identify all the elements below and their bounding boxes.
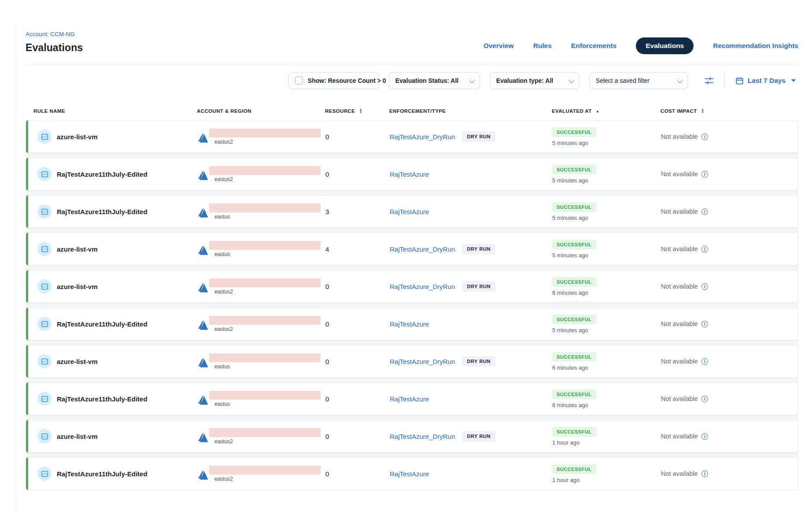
sort-icon[interactable]: ▲▼ — [701, 108, 705, 114]
svg-text:</>: </> — [42, 397, 48, 401]
tab-enforcements[interactable]: Enforcements — [571, 42, 616, 50]
dry-run-badge: DRY RUN — [462, 431, 495, 442]
enforcement-link[interactable]: RajTestAzure_DryRun — [390, 245, 455, 253]
status-badge: SUCCESSFUL — [552, 427, 596, 437]
tab-rules[interactable]: Rules — [533, 42, 552, 50]
enforcement-link[interactable]: RajTestAzure — [390, 208, 429, 215]
enforcement-link[interactable]: RajTestAzure_DryRun — [390, 133, 455, 141]
resource-count: 0 — [325, 433, 390, 440]
azure-icon — [197, 133, 209, 143]
cost-impact-value: Not available — [661, 433, 698, 440]
resource-count-label: Show: Resource Count > 0 — [308, 77, 386, 84]
rule-name: azure-list-vm — [57, 245, 98, 253]
chevron-down-icon — [469, 77, 475, 83]
region-label: eastus2 — [214, 476, 321, 482]
info-icon[interactable] — [701, 134, 708, 140]
resource-count: 0 — [325, 320, 390, 328]
table-row[interactable]: </> RajTestAzure11thJuly-Edited eastus 0… — [26, 382, 798, 415]
info-icon[interactable] — [701, 471, 708, 477]
rule-name: azure-list-vm — [57, 433, 98, 440]
enforcement-cell: RajTestAzure — [390, 320, 552, 328]
tab-evaluations[interactable]: Evaluations — [636, 37, 694, 54]
rule-name: RajTestAzure11thJuly-Edited — [57, 208, 148, 215]
show-resource-count-filter[interactable]: Show: Resource Count > 0 — [288, 72, 379, 89]
cost-impact-value: Not available — [661, 283, 698, 290]
table-row[interactable]: </> azure-list-vm eastus2 0 RajTestAzure… — [26, 120, 798, 153]
top-nav-tabs: Overview Rules Enforcements Evaluations … — [484, 37, 798, 55]
status-badge: SUCCESSFUL — [552, 240, 596, 249]
left-rail-divider — [15, 24, 15, 512]
dry-run-badge: DRY RUN — [462, 356, 495, 367]
resource-count: 4 — [325, 245, 390, 253]
enforcement-link[interactable]: RajTestAzure — [390, 320, 429, 328]
info-icon[interactable] — [701, 283, 708, 290]
calendar-icon — [735, 77, 744, 85]
region-label: eastus2 — [214, 326, 321, 332]
enforcement-cell: RajTestAzure_DryRun DRY RUN — [390, 244, 552, 254]
rule-cell: </> RajTestAzure11thJuly-Edited — [37, 467, 197, 481]
evaluation-status-dropdown[interactable]: Evaluation Status: All — [389, 72, 480, 89]
info-icon[interactable] — [701, 321, 708, 327]
rule-icon: </> — [37, 392, 52, 406]
account-breadcrumb[interactable]: Account: CCM-NG — [26, 31, 83, 38]
status-badge: SUCCESSFUL — [552, 315, 596, 324]
table-row[interactable]: </> RajTestAzure11thJuly-Edited eastus2 … — [26, 308, 798, 340]
tab-overview[interactable]: Overview — [484, 42, 514, 50]
resource-count: 0 — [325, 358, 390, 365]
redacted-account-name — [209, 428, 321, 437]
enforcement-link[interactable]: RajTestAzure_DryRun — [390, 283, 455, 290]
rule-cell: </> azure-list-vm — [37, 242, 197, 256]
evaluations-list: </> azure-list-vm eastus2 0 RajTestAzure… — [26, 120, 798, 490]
info-icon[interactable] — [701, 171, 708, 178]
sort-icon[interactable]: ▲▼ — [359, 108, 362, 114]
dry-run-badge: DRY RUN — [462, 131, 495, 142]
rule-name: RajTestAzure11thJuly-Edited — [57, 395, 148, 403]
azure-icon — [197, 357, 209, 368]
table-row[interactable]: </> azure-list-vm eastus 0 RajTestAzure_… — [26, 345, 798, 378]
enforcement-link[interactable]: RajTestAzure — [390, 470, 429, 478]
table-row[interactable]: </> RajTestAzure11thJuly-Edited eastus2 … — [26, 457, 798, 490]
table-row[interactable]: </> RajTestAzure11thJuly-Edited eastus 3… — [26, 195, 798, 228]
date-range-picker[interactable]: Last 7 Days — [735, 77, 796, 85]
cost-impact-value: Not available — [661, 208, 698, 215]
evaluation-type-value: Evaluation type: All — [496, 77, 553, 84]
region-label: eastus2 — [214, 176, 321, 182]
redacted-account-name — [209, 466, 321, 475]
cost-impact-cell: Not available — [661, 208, 798, 215]
evaluation-status-value: Evaluation Status: All — [395, 77, 458, 84]
resource-count-checkbox[interactable] — [295, 77, 303, 85]
rule-name: azure-list-vm — [57, 283, 98, 290]
table-row[interactable]: </> azure-list-vm eastus 4 RajTestAzure_… — [26, 233, 798, 265]
title-block: Account: CCM-NG Evaluations — [26, 31, 83, 53]
table-header-row: RULE NAME ACCOUNT & REGION RESOURCE ▲▼ E… — [26, 108, 798, 115]
enforcement-link[interactable]: RajTestAzure_DryRun — [390, 433, 455, 440]
region-label: eastus — [214, 251, 321, 257]
info-icon[interactable] — [701, 246, 708, 252]
info-icon[interactable] — [701, 358, 708, 365]
tab-recommendation-insights[interactable]: Recommendation Insights — [713, 42, 798, 50]
enforcement-link[interactable]: RajTestAzure — [390, 171, 429, 178]
enforcement-link[interactable]: RajTestAzure_DryRun — [390, 358, 455, 365]
column-account-region: ACCOUNT & REGION — [197, 108, 325, 115]
status-badge: SUCCESSFUL — [552, 165, 596, 174]
table-row[interactable]: </> azure-list-vm eastus2 0 RajTestAzure… — [26, 270, 798, 303]
column-resource[interactable]: RESOURCE ▲▼ — [325, 108, 389, 115]
region-label: eastus — [214, 401, 321, 407]
table-row[interactable]: </> RajTestAzure11thJuly-Edited eastus2 … — [26, 158, 798, 190]
dry-run-badge: DRY RUN — [462, 244, 495, 254]
info-icon[interactable] — [701, 208, 708, 215]
column-evaluated-at[interactable]: EVALUATED AT ▲ — [552, 108, 661, 115]
rule-name: RajTestAzure11thJuly-Edited — [57, 320, 148, 328]
info-icon[interactable] — [701, 396, 708, 402]
evaluation-type-dropdown[interactable]: Evaluation type: All — [490, 72, 579, 89]
rule-cell: </> azure-list-vm — [37, 279, 197, 293]
saved-filter-dropdown[interactable]: Select a saved filter — [589, 72, 688, 89]
sort-asc-icon[interactable]: ▲ — [596, 108, 600, 115]
info-icon[interactable] — [701, 433, 708, 440]
filter-settings-button[interactable] — [705, 77, 714, 85]
column-cost-impact[interactable]: COST IMPACT ▲▼ — [661, 108, 798, 115]
evaluated-at-cell: SUCCESSFUL 1 hour ago — [552, 464, 661, 483]
evaluated-time: 5 minutes ago — [552, 252, 588, 259]
enforcement-link[interactable]: RajTestAzure — [390, 395, 429, 403]
table-row[interactable]: </> azure-list-vm eastus2 0 RajTestAzure… — [26, 420, 798, 453]
